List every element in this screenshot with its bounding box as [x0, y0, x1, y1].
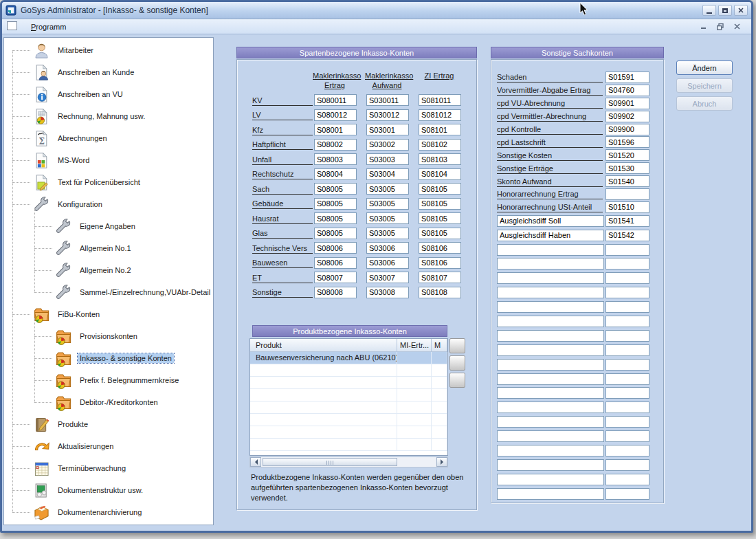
produkt-row[interactable] [250, 426, 447, 439]
scrollbar-thumb[interactable] [263, 458, 397, 466]
sidebar-item-abrechnungen[interactable]: ΣAbrechnungen [4, 127, 213, 149]
scroll-left-button[interactable] [250, 457, 261, 467]
sach-value-input[interactable] [605, 244, 649, 256]
speichern-button[interactable]: Speichern [676, 78, 733, 93]
sidebar-item-eigene-angaben[interactable]: Eigene Angaben [4, 215, 213, 237]
sach-value-input[interactable] [605, 215, 649, 227]
produkt-horizontal-scrollbar[interactable] [249, 456, 448, 468]
produkt-row[interactable] [250, 402, 447, 414]
sach-value-input[interactable] [605, 301, 649, 313]
sach-value-input[interactable] [605, 85, 649, 96]
ndern-button[interactable]: Ändern [676, 60, 733, 75]
sparten-input-zi[interactable] [419, 257, 461, 269]
sparten-input-ertrag[interactable] [314, 109, 357, 121]
mi-ertrag-column-header[interactable]: MI-Ertr... [397, 339, 432, 351]
mdi-minimize-button[interactable] [698, 22, 709, 32]
sparten-input-zi[interactable] [419, 94, 461, 106]
sach-value-input[interactable] [605, 136, 649, 148]
produkt-row[interactable] [250, 364, 447, 377]
sach-value-input[interactable] [605, 258, 649, 270]
sidebar-item-anschreiben-an-vu[interactable]: Anschreiben an VU [4, 83, 213, 105]
maximize-button[interactable] [718, 5, 732, 16]
sparten-input-aufwand[interactable] [366, 109, 409, 121]
sparten-input-zi[interactable] [419, 212, 461, 224]
sach-label-input[interactable] [497, 301, 604, 313]
sach-value-input[interactable] [605, 474, 649, 485]
sach-label-input[interactable] [497, 387, 604, 399]
sach-label-input[interactable] [497, 344, 604, 356]
sparten-input-zi[interactable] [419, 242, 461, 254]
sparten-input-ertrag[interactable] [314, 183, 357, 195]
sach-label-input[interactable] [497, 316, 604, 327]
sparten-input-ertrag[interactable] [314, 94, 357, 106]
sparten-input-zi[interactable] [419, 287, 461, 298]
sach-value-input[interactable] [605, 175, 649, 187]
sach-value-input[interactable] [605, 402, 649, 413]
sidebar-item-ms-word[interactable]: MS-Word [4, 149, 213, 171]
produkt-side-button-3[interactable] [449, 373, 465, 388]
sach-value-input[interactable] [605, 359, 649, 371]
sach-value-input[interactable] [605, 98, 649, 109]
sparten-input-aufwand[interactable] [366, 257, 409, 269]
sparten-input-ertrag[interactable] [314, 198, 357, 210]
sach-value-input[interactable] [605, 316, 649, 327]
scroll-right-button[interactable] [436, 457, 447, 467]
sach-value-input[interactable] [605, 330, 649, 342]
sparten-input-zi[interactable] [419, 183, 461, 195]
sach-label-input[interactable] [497, 258, 604, 270]
sach-value-input[interactable] [605, 416, 649, 428]
sparten-input-zi[interactable] [419, 153, 461, 165]
sparten-input-zi[interactable] [419, 168, 461, 180]
sach-value-input[interactable] [605, 430, 649, 442]
sidebar-item-dokumentenstruktur-usw[interactable]: Dokumentenstruktur usw. [4, 479, 213, 501]
sach-value-input[interactable] [605, 272, 649, 284]
sidebar-item-dokumentenarchivierung[interactable]: Dokumentenarchivierung [4, 501, 213, 523]
sidebar-item-text-f-r-policen-bersicht[interactable]: Text für Policenübersicht [4, 171, 213, 193]
produkt-column-header[interactable]: Produkt [250, 339, 397, 351]
produkt-row[interactable] [250, 414, 447, 426]
produkt-side-button-2[interactable] [449, 355, 465, 371]
sach-label-input[interactable] [497, 488, 604, 500]
menu-item-programm[interactable]: Programm [27, 21, 70, 32]
sach-value-input[interactable] [605, 188, 649, 200]
sparten-input-aufwand[interactable] [366, 242, 409, 254]
sidebar-item-aktualisierungen[interactable]: Aktualisierungen [4, 435, 213, 457]
produkt-side-button-1[interactable] [449, 338, 465, 353]
sparten-input-ertrag[interactable] [314, 168, 357, 180]
abruch-button[interactable]: Abruch [676, 96, 733, 111]
sach-label-input[interactable] [497, 287, 604, 298]
sach-value-input[interactable] [605, 201, 649, 213]
sparten-input-ertrag[interactable] [314, 212, 357, 224]
sidebar-item-rechnung-mahnung-usw[interactable]: Rechnung, Mahnung usw. [4, 105, 213, 127]
sach-label-input[interactable] [497, 445, 604, 456]
sparten-input-zi[interactable] [419, 198, 461, 210]
sach-label-input[interactable] [497, 430, 604, 442]
sach-label-input[interactable] [497, 474, 604, 485]
sparten-input-aufwand[interactable] [366, 94, 409, 106]
sach-label-input[interactable] [497, 416, 604, 428]
sparten-input-zi[interactable] [419, 228, 461, 239]
title-bar[interactable]: GoSys Administrator - [Inkasso- & sonsti… [2, 2, 751, 19]
sidebar-item-debitor-kreditorkonten[interactable]: Debitor-/Kreditorkonten [4, 391, 213, 413]
sach-value-input[interactable] [605, 124, 649, 135]
sparten-input-aufwand[interactable] [366, 287, 409, 298]
sparten-input-zi[interactable] [419, 139, 461, 151]
sach-value-input[interactable] [605, 459, 649, 471]
sparten-input-ertrag[interactable] [314, 242, 357, 254]
sparten-input-aufwand[interactable] [366, 153, 409, 165]
sach-label-input[interactable] [497, 373, 604, 385]
clipped-column-header[interactable]: M [432, 339, 447, 351]
sparten-input-aufwand[interactable] [366, 139, 409, 151]
sach-label-input[interactable] [497, 330, 604, 342]
sparten-input-ertrag[interactable] [314, 272, 357, 283]
produkt-row[interactable] [250, 389, 447, 402]
sach-value-input[interactable] [605, 72, 649, 83]
sach-value-input[interactable] [605, 387, 649, 399]
sach-value-input[interactable] [605, 344, 649, 356]
sparten-input-zi[interactable] [419, 272, 461, 283]
sparten-input-ertrag[interactable] [314, 287, 357, 298]
sidebar-item-allgemein-no-1[interactable]: Allgemein No.1 [4, 237, 213, 259]
sach-value-input[interactable] [605, 111, 649, 122]
sach-label-input[interactable] [497, 459, 604, 471]
sach-label-input[interactable] [497, 215, 604, 227]
